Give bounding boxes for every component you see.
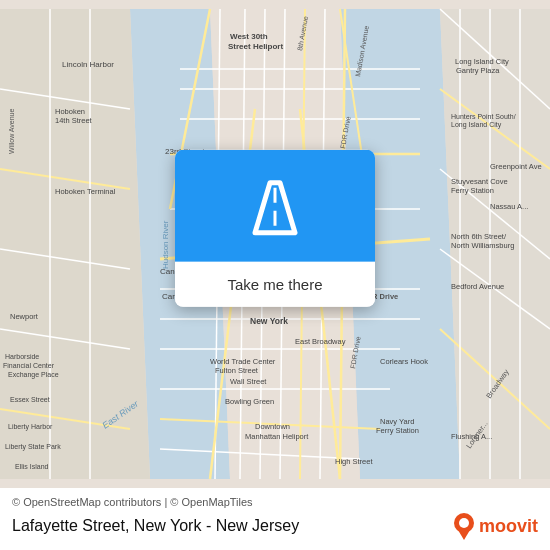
bottom-bar: © OpenStreetMap contributors | © OpenMap… [0,488,550,550]
moovit-logo: moovit [453,512,538,540]
svg-text:Willow Avenue: Willow Avenue [8,108,15,154]
svg-text:Hudson River: Hudson River [161,220,170,269]
svg-text:Harborside: Harborside [5,353,39,360]
svg-text:Downtown: Downtown [255,422,290,431]
svg-text:14th Street: 14th Street [55,116,93,125]
location-row: Lafayette Street, New York - New Jersey … [12,512,538,540]
svg-text:Greenpoint Ave: Greenpoint Ave [490,162,542,171]
svg-text:Hoboken: Hoboken [55,107,85,116]
svg-text:Hoboken Terminal: Hoboken Terminal [55,187,116,196]
svg-text:High Street: High Street [335,457,373,466]
svg-text:Manhattan Heliport: Manhattan Heliport [245,432,309,441]
navigation-card: Take me there [175,150,375,307]
svg-text:Liberty State Park: Liberty State Park [5,443,61,451]
svg-text:Exchange Place: Exchange Place [8,371,59,379]
svg-text:Nassau A...: Nassau A... [490,202,528,211]
svg-text:Bowling Green: Bowling Green [225,397,274,406]
svg-text:Ferry Station: Ferry Station [376,426,419,435]
moovit-brand-name: moovit [479,516,538,537]
svg-text:Financial Center: Financial Center [3,362,55,369]
svg-text:Fulton Street: Fulton Street [215,366,259,375]
svg-text:Stuyvesant Cove: Stuyvesant Cove [451,177,508,186]
app-container: Lincoln Harbor Hoboken 14th Street Hobok… [0,0,550,550]
take-me-there-button[interactable]: Take me there [175,262,375,307]
map-area: Lincoln Harbor Hoboken 14th Street Hobok… [0,0,550,488]
card-icon-area [175,150,375,262]
svg-text:Liberty Harbor: Liberty Harbor [8,423,53,431]
svg-text:Gantry Plaza: Gantry Plaza [456,66,500,75]
moovit-pin-icon [453,512,475,540]
svg-text:Ellis Island: Ellis Island [15,463,49,470]
svg-text:New York: New York [250,316,288,326]
location-label: Lafayette Street, New York - New Jersey [12,517,299,535]
svg-text:Wall Street: Wall Street [230,377,267,386]
svg-marker-102 [458,530,470,540]
svg-text:North 6th Street/: North 6th Street/ [451,232,507,241]
map-attribution: © OpenStreetMap contributors | © OpenMap… [12,496,538,508]
svg-text:Corlears Hook: Corlears Hook [380,357,428,366]
svg-text:Essex Street: Essex Street [10,396,50,403]
svg-text:Long Island City: Long Island City [455,57,509,66]
svg-text:Bedford Avenue: Bedford Avenue [451,282,504,291]
svg-text:Ferry Station: Ferry Station [451,186,494,195]
svg-text:Hunters Point South/: Hunters Point South/ [451,113,516,120]
svg-text:Navy Yard: Navy Yard [380,417,414,426]
svg-point-103 [459,518,469,528]
svg-text:Street Heliport: Street Heliport [228,42,283,51]
svg-text:East Broadway: East Broadway [295,337,346,346]
svg-text:Long Island City: Long Island City [451,121,502,129]
svg-text:World Trade Center: World Trade Center [210,357,276,366]
svg-text:North Williamsburg: North Williamsburg [451,241,514,250]
svg-text:West 30th: West 30th [230,32,268,41]
svg-text:Newport: Newport [10,312,39,321]
svg-text:Lincoln Harbor: Lincoln Harbor [62,60,114,69]
road-icon [240,178,310,238]
